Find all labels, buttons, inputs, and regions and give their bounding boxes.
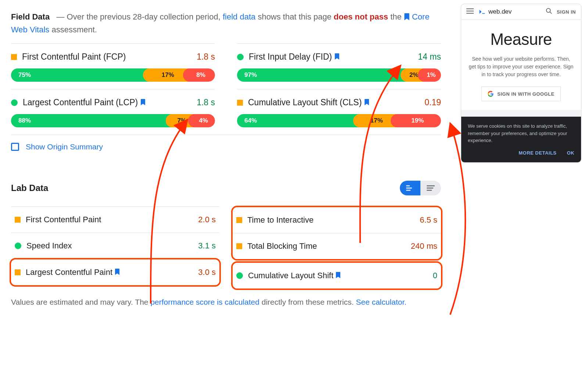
- ok-button[interactable]: OK: [567, 149, 575, 157]
- toggle-detail-icon[interactable]: [400, 181, 420, 195]
- mobile-preview: web.dev SIGN IN Measure See how well you…: [461, 4, 581, 163]
- lab-data-title: Lab Data: [11, 183, 48, 193]
- bookmark-icon: [364, 99, 370, 106]
- metric-name: First Input Delay (FID): [249, 52, 413, 62]
- metric-value: 1.8 s: [197, 52, 215, 62]
- cookie-banner: We serve cookies on this site to analyze…: [461, 117, 581, 162]
- metric-value: 14 ms: [418, 52, 441, 62]
- circle-icon: [11, 99, 18, 106]
- search-icon[interactable]: [546, 8, 552, 16]
- lab-row-fcp: First Contentful Paint 2.0 s: [11, 206, 219, 233]
- square-icon: [236, 243, 242, 249]
- bookmark-icon: [404, 13, 410, 21]
- lab-row-cls: Cumulative Layout Shift 0: [233, 263, 441, 289]
- metric-fcp: First Contentful Paint (FCP) 1.8 s 75% 1…: [11, 43, 215, 89]
- highlight-lcp: Largest Contentful Paint 3.0 s: [10, 258, 221, 287]
- metric-value: 0.19: [424, 98, 441, 107]
- distribution-bar: 75% 17% 8%: [11, 68, 215, 82]
- google-signin-button[interactable]: SIGN IN WITH GOOGLE: [481, 86, 560, 101]
- metric-name: Cumulative Layout Shift (CLS): [248, 98, 419, 107]
- measure-title: Measure: [469, 30, 574, 49]
- circle-icon: [237, 54, 244, 60]
- circle-icon: [236, 272, 243, 279]
- distribution-bar: 64% 17% 19%: [237, 114, 441, 127]
- divider-strip: [461, 110, 581, 117]
- bookmark-icon: [115, 269, 121, 276]
- metric-cls: Cumulative Layout Shift (CLS) 0.19 64% 1…: [237, 89, 441, 135]
- signin-link[interactable]: SIGN IN: [557, 9, 576, 15]
- square-icon: [237, 100, 243, 106]
- bookmark-icon: [140, 99, 146, 106]
- bookmark-icon: [334, 53, 340, 61]
- footnote: Values are estimated and may vary. The p…: [11, 296, 441, 308]
- toggle-list-icon[interactable]: [420, 181, 441, 195]
- svg-point-0: [546, 8, 551, 13]
- hamburger-icon[interactable]: [466, 8, 474, 15]
- field-data-link[interactable]: field data: [223, 12, 255, 21]
- checkbox-icon[interactable]: [11, 143, 19, 151]
- webdev-logo[interactable]: web.dev: [478, 8, 541, 16]
- square-icon: [236, 217, 242, 223]
- fail-status: does not pass: [334, 12, 388, 21]
- lab-row-tbt: Total Blocking Time 240 ms: [233, 233, 441, 259]
- lab-row-si: Speed Index 3.1 s: [11, 233, 219, 259]
- metric-value: 1.8 s: [197, 98, 215, 107]
- distribution-bar: 97% 2% 1%: [237, 68, 441, 82]
- metric-name: Largest Contentful Paint (LCP): [23, 98, 191, 107]
- lab-row-lcp: Largest Contentful Paint 3.0 s: [11, 259, 219, 285]
- calculator-link[interactable]: See calculator.: [356, 298, 406, 306]
- view-toggle[interactable]: [400, 181, 441, 195]
- highlight-tti-tbt: Time to Interactive 6.5 s Total Blocking…: [231, 206, 442, 261]
- show-origin-row[interactable]: Show Origin Summary: [11, 135, 441, 159]
- metric-lcp: Largest Contentful Paint (LCP) 1.8 s 88%…: [11, 89, 215, 135]
- square-icon: [15, 269, 21, 275]
- bookmark-icon: [336, 272, 341, 279]
- field-data-title: Field Data: [11, 12, 50, 21]
- perf-score-link[interactable]: performance score is calculated: [150, 298, 259, 306]
- square-icon: [11, 54, 17, 60]
- square-icon: [15, 217, 21, 223]
- more-details-link[interactable]: MORE DETAILS: [519, 149, 556, 157]
- google-icon: [488, 91, 494, 97]
- show-origin-label: Show Origin Summary: [26, 142, 103, 151]
- metric-fid: First Input Delay (FID) 14 ms 97% 2% 1%: [237, 43, 441, 89]
- distribution-bar: 88% 7% 4%: [11, 114, 215, 127]
- highlight-cls: Cumulative Layout Shift 0: [231, 261, 442, 290]
- circle-icon: [15, 243, 21, 249]
- field-data-intro: Field Data — Over the previous 28-day co…: [11, 10, 441, 36]
- measure-desc: See how well your website performs. Then…: [469, 55, 574, 78]
- lab-row-tti: Time to Interactive 6.5 s: [233, 207, 441, 233]
- metric-name: First Contentful Paint (FCP): [22, 52, 191, 62]
